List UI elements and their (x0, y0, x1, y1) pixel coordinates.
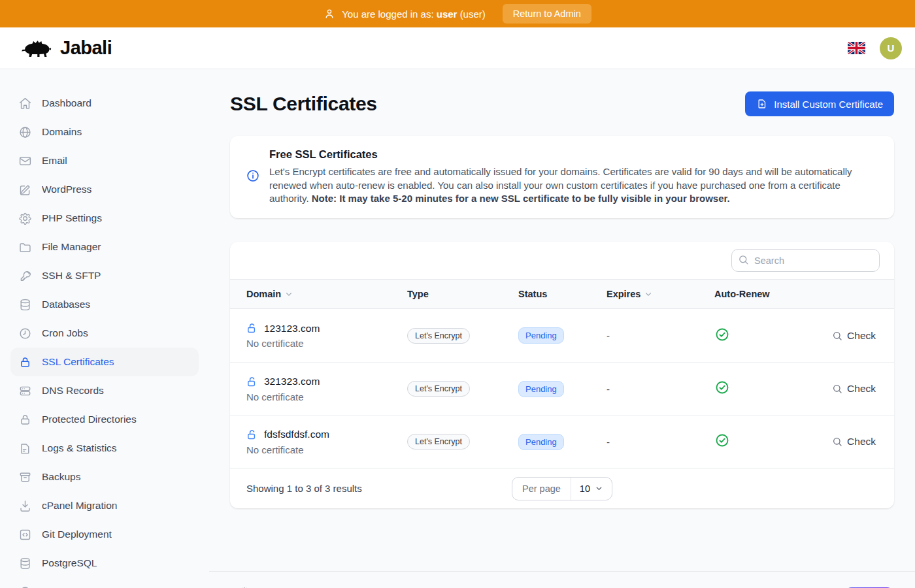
info-card-title: Free SSL Certificates (269, 148, 878, 161)
chevron-down-icon (284, 289, 293, 299)
sidebar-item-domains[interactable]: Domains (10, 118, 199, 146)
per-page-value: 10 (580, 483, 590, 494)
search-icon (832, 436, 842, 447)
envelope-icon (18, 154, 32, 168)
info-icon (246, 169, 260, 186)
check-certificate-button[interactable]: Check (832, 436, 876, 448)
domain-cell[interactable]: fdsfsdfdsf.com (246, 429, 407, 441)
domain-cell[interactable]: 123123.com (246, 322, 407, 335)
column-header-auto-renew: Auto-Renew (714, 289, 876, 299)
home-icon (18, 97, 32, 110)
chevron-down-icon (595, 484, 603, 493)
gear-icon (18, 212, 32, 225)
column-header-domain[interactable]: Domain (246, 289, 407, 299)
per-page-label: Per page (512, 478, 571, 500)
archive-box-icon (18, 470, 32, 484)
check-certificate-button[interactable]: Check (832, 330, 876, 342)
expires-value: - (607, 436, 714, 448)
sidebar-item-postgresql[interactable]: PostgreSQL (10, 549, 199, 578)
language-flag-uk-icon[interactable] (848, 42, 865, 54)
column-header-expires[interactable]: Expires (607, 289, 714, 299)
return-to-admin-button[interactable]: Return to Admin (503, 4, 591, 24)
type-badge: Let's Encrypt (407, 381, 470, 397)
table-header-row: Domain Type Status Expires Auto-Renew (230, 279, 894, 309)
pencil-square-icon (18, 183, 32, 197)
search-icon (832, 384, 842, 394)
expires-value: - (607, 384, 714, 395)
sidebar-item-dns-records[interactable]: DNS Records (10, 376, 199, 405)
table-row: fdsfsdfdsf.com No certificate Let's Encr… (230, 415, 894, 468)
boar-logo-icon (20, 36, 54, 61)
sidebar-item-wordpress[interactable]: WordPress (10, 175, 199, 204)
unlock-icon (246, 376, 259, 388)
table-row: 321323.com No certificate Let's Encrypt … (230, 362, 894, 415)
auto-renew-toggle[interactable] (714, 433, 832, 451)
sidebar-item-file-manager[interactable]: File Manager (10, 233, 199, 261)
logged-in-role: (user) (460, 8, 486, 20)
boar-logo-icon (234, 585, 254, 588)
per-page-select[interactable]: Per page 10 (512, 477, 612, 500)
footer-brand: Jabali Panel (234, 585, 322, 588)
sidebar-item-dashboard[interactable]: Dashboard (10, 89, 199, 118)
check-circle-icon (714, 433, 730, 448)
auto-renew-toggle[interactable] (714, 380, 832, 398)
info-card-body: Let's Encrypt certificates are free and … (269, 165, 878, 206)
search-icon (738, 254, 749, 265)
certificates-table-card: Domain Type Status Expires Auto-Renew 12… (230, 242, 894, 508)
info-card-note: Note: It may take 5-20 minutes for a new… (312, 193, 730, 204)
chevron-down-icon (644, 289, 653, 299)
sidebar-item-logs-statistics[interactable]: Logs & Statistics (10, 434, 199, 463)
auto-renew-toggle[interactable] (714, 327, 832, 345)
server-icon (18, 384, 32, 398)
certificate-subtitle: No certificate (246, 391, 407, 402)
domain-cell[interactable]: 321323.com (246, 376, 407, 388)
database-icon (18, 557, 32, 570)
column-header-status: Status (518, 289, 607, 299)
sidebar-item-ssl-certificates[interactable]: SSL Certificates (10, 348, 199, 376)
impersonation-bar: You are logged in as: user (user) Return… (0, 0, 915, 27)
certificate-subtitle: No certificate (246, 338, 407, 349)
sidebar-item-email[interactable]: Email (10, 146, 199, 175)
sidebar-item-git-deployment[interactable]: Git Deployment (10, 520, 199, 549)
status-badge: Pending (518, 381, 564, 397)
check-certificate-button[interactable]: Check (832, 383, 876, 395)
status-badge: Pending (518, 327, 564, 344)
search-input[interactable] (731, 249, 880, 272)
sidebar-item-partial[interactable] (10, 578, 199, 588)
pagination-row: Showing 1 to 3 of 3 results Per page 10 (230, 468, 894, 508)
type-badge: Let's Encrypt (407, 434, 470, 449)
page-footer: Jabali Panel GitHub — © 2026 Jabali v0.9… (209, 571, 915, 588)
sidebar-item-backups[interactable]: Backups (10, 463, 199, 491)
sidebar-item-php-settings[interactable]: PHP Settings (10, 204, 199, 233)
impersonation-message: You are logged in as: user (user) (324, 8, 486, 20)
page-title: SSL Certificates (230, 93, 377, 115)
sidebar-nav: Dashboard Domains Email WordPress PHP Se… (0, 69, 209, 588)
lock-icon (18, 413, 32, 427)
main-content: SSL Certificates Install Custom Certific… (209, 69, 915, 588)
unlock-icon (246, 429, 259, 441)
lock-icon (18, 355, 32, 369)
sidebar-item-ssh-sftp[interactable]: SSH & SFTP (10, 261, 199, 290)
user-avatar[interactable]: U (880, 37, 902, 59)
circle-icon (18, 585, 32, 588)
brand-logo[interactable]: Jabali (20, 36, 112, 61)
logged-in-username: user (437, 8, 458, 20)
free-ssl-info-card: Free SSL Certificates Let's Encrypt cert… (230, 136, 894, 218)
install-custom-certificate-button[interactable]: Install Custom Certificate (745, 91, 894, 116)
expires-value: - (607, 330, 714, 341)
certificate-subtitle: No certificate (246, 444, 407, 455)
code-bracket-icon (18, 528, 32, 542)
sidebar-item-databases[interactable]: Databases (10, 290, 199, 319)
sidebar-item-protected-directories[interactable]: Protected Directories (10, 405, 199, 434)
database-icon (18, 298, 32, 312)
folder-icon (18, 240, 32, 254)
check-circle-icon (714, 380, 730, 395)
sidebar-item-cpanel-migration[interactable]: cPanel Migration (10, 491, 199, 520)
logged-in-text: You are logged in as: (342, 8, 433, 20)
brand-name: Jabali (60, 37, 112, 59)
sidebar-item-cron-jobs[interactable]: Cron Jobs (10, 319, 199, 348)
document-icon (18, 442, 32, 455)
app-header: Jabali U (0, 27, 915, 69)
status-badge: Pending (518, 434, 564, 450)
clock-icon (18, 327, 32, 340)
